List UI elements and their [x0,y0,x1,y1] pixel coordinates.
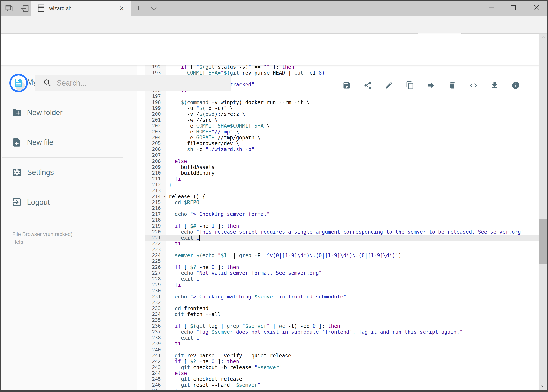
code-line-text[interactable] [166,258,539,264]
line-number[interactable]: 202 [145,123,166,129]
code-line[interactable]: 228 exit 1 [145,276,539,282]
code-line-text[interactable]: echo "> Checking semver format" [166,211,539,217]
sidebar-item-settings[interactable]: Settings [0,163,125,182]
line-number[interactable]: 229 [145,282,166,288]
code-line-text[interactable]: -e COMMIT_SHA=$COMMIT_SHA \ [166,123,539,129]
line-number[interactable]: 207 [145,152,166,158]
code-line-text[interactable]: } [166,182,539,188]
help-link[interactable]: Help [12,238,73,246]
copy-button[interactable] [406,81,414,90]
code-line-text[interactable] [166,247,539,252]
line-number[interactable]: 238 [145,335,166,341]
search-input[interactable]: Search... [35,75,231,91]
line-number[interactable]: 235 [145,317,166,323]
code-line[interactable]: 245 git checkout release [145,376,539,382]
line-number[interactable]: 239 [145,341,166,347]
tab-preview-icon[interactable] [4,4,14,13]
line-number[interactable]: 199 [145,105,166,111]
line-number[interactable]: 242 [145,358,166,364]
code-line-text[interactable]: git fetch --all [166,311,539,317]
code-line-text[interactable]: -v /$(pwd):/src:z \ [166,111,539,117]
code-line[interactable]: 204 -e GOPATH=//tmp/gopath \ [145,135,539,140]
line-number[interactable]: 226 [145,264,166,270]
line-number[interactable]: 198 [145,99,166,105]
window-minimize-button[interactable] [482,1,500,14]
code-line-text[interactable]: fi [166,341,539,347]
info-button[interactable] [511,81,520,90]
code-line-text[interactable]: -w //src \ [166,117,539,123]
window-close-button[interactable] [527,1,546,14]
code-line-text[interactable]: else [166,158,539,164]
code-line-text[interactable]: sh -c "./wizard.sh -b" [166,146,539,152]
code-line-text[interactable]: release () { [166,194,539,199]
line-number[interactable]: 214▾ [145,194,166,199]
code-line-text[interactable]: git checkout -b release "$semver" [166,364,539,370]
code-line-text[interactable]: if [ $? -ne 0 ]; then [166,358,539,364]
sidebar-item-logout[interactable]: Logout [0,192,125,212]
code-line[interactable]: 221 exit 1 [145,235,539,241]
code-line[interactable]: 206 sh -c "./wizard.sh -b" [145,146,539,152]
line-number[interactable]: 209 [145,164,166,170]
line-number[interactable]: 222 [145,241,166,247]
delete-button[interactable] [448,81,457,90]
line-number[interactable]: 208 [145,158,166,164]
code-line-text[interactable]: -e GOPATH=//tmp/gopath \ [166,135,539,140]
line-number[interactable]: 230 [145,288,166,294]
code-line[interactable]: 231 echo "> Checking matching $semver in… [145,294,539,300]
code-line[interactable]: 200 -v /$(pwd):/src:z \ [145,111,539,117]
line-number[interactable]: 241 [145,353,166,358]
code-line[interactable]: 202 -e COMMIT_SHA=$COMMIT_SHA \ [145,123,539,129]
code-line-text[interactable]: exit 1 [166,335,539,341]
code-line-text[interactable]: fi [166,241,539,247]
scrollbar-thumb[interactable] [539,219,547,264]
code-line-text[interactable] [166,217,539,223]
line-number[interactable]: 203 [145,129,166,135]
line-number[interactable]: 192 [145,65,166,70]
code-line[interactable]: 223 [145,247,539,252]
code-line-text[interactable]: else [166,370,539,376]
code-line[interactable]: 222 fi [145,241,539,247]
code-line[interactable]: 216 [145,205,539,211]
line-number[interactable]: 220 [145,229,166,235]
code-line[interactable]: 239 fi [145,341,539,347]
code-line[interactable]: 227 echo "Not valid semver format. See s… [145,270,539,276]
download-button[interactable] [490,81,499,90]
code-line[interactable]: 233 cd frontend [145,306,539,311]
code-line[interactable]: 198 $(command -v winpty) docker run --rm… [145,99,539,105]
code-line[interactable]: 207 [145,152,539,158]
line-number[interactable]: 228 [145,276,166,282]
code-line-text[interactable]: if [ "$(git status -s)" == "" ]; then [166,65,539,70]
line-number[interactable]: 213 [145,188,166,194]
line-number[interactable]: 244 [145,370,166,376]
line-number[interactable]: 225 [145,258,166,264]
code-line[interactable]: 244 else [145,370,539,376]
code-line-text[interactable]: if [ $? -ne 0 ]; then [166,264,539,270]
code-line[interactable]: 229 fi [145,282,539,288]
line-number[interactable]: 201 [145,117,166,123]
code-line[interactable]: 236 if [ $(git tag | grep "$semver" | wc… [145,323,539,329]
code-line[interactable]: 211 fi [145,176,539,182]
code-line-text[interactable]: if [ $(git tag | grep "$semver" | wc -l)… [166,323,539,329]
code-line-text[interactable]: echo "Tag $semver does not exist in subm… [166,329,539,335]
code-line[interactable]: 241 git rev-parse --verify --quiet relea… [145,353,539,358]
code-editor[interactable]: 192 if [ "$(git status -s)" == "" ]; the… [137,65,539,390]
code-line[interactable]: 192 if [ "$(git status -s)" == "" ]; the… [145,65,539,70]
code-line[interactable]: 240 [145,347,539,353]
code-line[interactable]: 232 [145,300,539,306]
code-line[interactable]: 243 git checkout -b release "$semver" [145,364,539,370]
line-number[interactable]: 206 [145,146,166,152]
code-line[interactable]: 225 [145,258,539,264]
tab-close-icon[interactable]: ✕ [117,4,126,13]
share-button[interactable] [363,81,372,90]
line-number[interactable]: 232 [145,300,166,306]
line-number[interactable]: 224 [145,252,166,258]
code-line[interactable]: 209 buildAssets [145,164,539,170]
line-number[interactable]: 216 [145,205,166,211]
code-line-text[interactable]: -u "$(id -u)" \ [166,105,539,111]
code-line[interactable]: 201 -w //src \ [145,117,539,123]
code-line-text[interactable] [166,205,539,211]
line-number[interactable]: 204 [145,135,166,140]
line-number[interactable]: 217 [145,211,166,217]
line-number[interactable]: 227 [145,270,166,276]
tab-wizard-sh[interactable]: wizard.sh ✕ [31,1,131,16]
